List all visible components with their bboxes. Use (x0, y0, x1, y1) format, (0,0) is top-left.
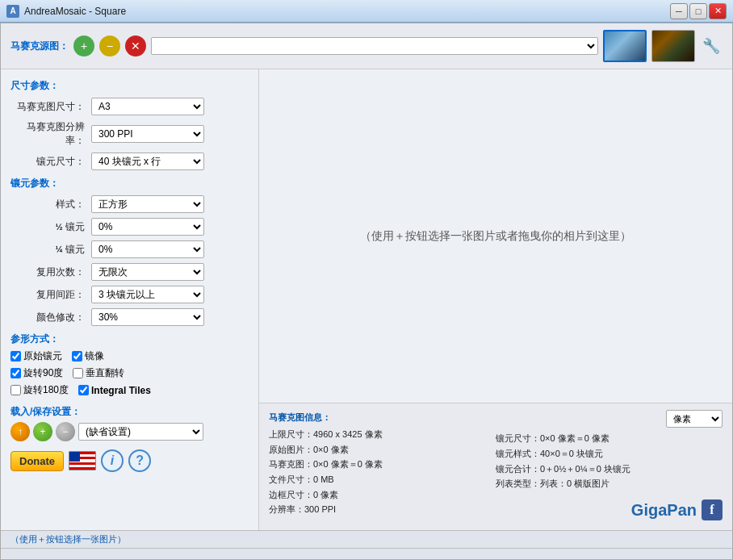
resolution-select[interactable]: 300 PPI (91, 125, 204, 143)
source-dropdown[interactable] (151, 37, 598, 55)
morph-section: 参形方式： 原始镶元 镜像 旋转90度 垂直翻转 (10, 332, 249, 397)
info-col-left: 马赛克图信息： 上限尺寸：4960 x 3425 像素 原始图片：0×0 像素 … (269, 410, 496, 524)
content-area: 尺寸参数： 马赛克图尺寸： A3 马赛克图分辨率： 300 PPI 镶元尺寸： … (1, 69, 732, 530)
mosaic-size-label: 马赛克图尺寸： (10, 100, 91, 114)
list-type-info: 列表类型：列表：0 横版图片 (496, 476, 723, 491)
tile-size-row: 镶元尺寸： 40 块镶元 x 行 (10, 153, 249, 170)
window-title: AndreaMosaic - Square (24, 6, 670, 17)
settings-dropdown[interactable]: (缺省设置) (78, 423, 203, 441)
delete-setting-button[interactable]: − (56, 422, 75, 441)
thumbnail-2[interactable] (651, 30, 695, 62)
tile-size-label: 镶元尺寸： (10, 155, 91, 169)
style-row: 样式： 正方形 (10, 195, 249, 213)
unit-dropdown[interactable]: 像素 (666, 410, 723, 428)
color-adj-label: 颜色修改： (10, 311, 91, 324)
morph-label: 参形方式： (10, 332, 249, 346)
tile-style-info: 镶元样式：40×0＝0 块镶元 (496, 446, 723, 462)
color-adj-select[interactable]: 30% (91, 308, 204, 326)
maximize-button[interactable]: □ (689, 3, 707, 19)
status-bar: （使用＋按钮选择一张图片） (1, 530, 732, 548)
mosaic-size-row: 马赛克图尺寸： A3 (10, 98, 249, 115)
right-panel: （使用＋按钮选择一张图片或者拖曳你的相片到这里） 马赛克图信息： 上限尺寸：49… (259, 69, 732, 530)
reuse-spacing-label: 复用间距： (10, 288, 91, 302)
flag-icon[interactable] (69, 451, 96, 470)
half-tile-select[interactable]: 0% (91, 218, 204, 236)
quarter-tile-label: ¼ 镶元 (10, 243, 91, 257)
tile-size-select[interactable]: 40 块镶元 x 行 (91, 153, 204, 170)
app-icon: A (6, 5, 19, 18)
file-size: 文件尺寸：0 MB (269, 472, 496, 487)
upper-limit: 上限尺寸：4960 x 3425 像素 (269, 427, 496, 442)
original-checkbox[interactable]: 原始镶元 (10, 349, 62, 363)
border-size: 边框尺寸：0 像素 (269, 487, 496, 503)
info-col-right: 像素 镶元尺寸：0×0 像素＝0 像素 镶元样式：40×0＝0 块镶元 镶元合计… (496, 410, 723, 524)
donate-button[interactable]: Donate (10, 451, 64, 471)
tile-size-info: 镶元尺寸：0×0 像素＝0 像素 (496, 431, 723, 446)
left-panel: 尺寸参数： 马赛克图尺寸： A3 马赛克图分辨率： 300 PPI 镶元尺寸： … (1, 69, 259, 530)
close-button[interactable]: ✕ (709, 3, 727, 19)
tile-total-info: 镶元合计：0＋0½＋0¼＝0 块镶元 (496, 462, 723, 477)
reuse-spacing-select[interactable]: 3 块镶元以上 (91, 286, 204, 303)
loadsave-label: 载入/保存设置： (10, 405, 249, 419)
thumbnail-1[interactable] (603, 30, 647, 62)
remove-source-button[interactable]: − (99, 36, 120, 56)
gigapan-text: GigaPan (631, 496, 697, 524)
original-image: 原始图片：0×0 像素 (269, 442, 496, 458)
resolution-row: 马赛克图分辨率： 300 PPI (10, 120, 249, 148)
minimize-button[interactable]: ─ (670, 3, 688, 19)
resolution-label: 马赛克图分辨率： (10, 120, 91, 148)
drop-hint: （使用＋按钮选择一张图片或者拖曳你的相片到这里） (360, 229, 631, 244)
color-adj-row: 颜色修改： 30% (10, 308, 249, 326)
reuse-spacing-row: 复用间距： 3 块镶元以上 (10, 286, 249, 303)
style-label: 样式： (10, 198, 91, 211)
loadsave-row: ↑ + − (缺省设置) (10, 422, 249, 441)
pixel-dropdown-row: 像素 (496, 410, 723, 428)
half-tile-label: ½ 镶元 (10, 220, 91, 234)
reuse-label: 复用次数： (10, 265, 91, 279)
scrollbar[interactable] (1, 548, 732, 559)
title-bar: A AndreaMosaic - Square ─ □ ✕ (0, 0, 733, 23)
clear-source-button[interactable]: ✕ (125, 36, 146, 56)
integral-checkbox[interactable]: Integral Tiles (78, 383, 151, 397)
resolution: 分辨率：300 PPI (269, 502, 496, 517)
size-params-label: 尺寸参数： (10, 79, 249, 93)
mirror-checkbox[interactable]: 镜像 (72, 349, 104, 363)
gigapan-row: GigaPan f (496, 496, 723, 524)
window-controls: ─ □ ✕ (670, 3, 727, 19)
quarter-tile-select[interactable]: 0% (91, 240, 204, 258)
main-window: 马赛克源图： + − ✕ 🔧 尺寸参数： 马赛克图尺寸： A3 (0, 23, 733, 560)
load-button[interactable]: ↑ (10, 422, 30, 441)
bottom-icons-row: Donate i ? (10, 449, 249, 472)
facebook-icon[interactable]: f (702, 499, 723, 520)
help-button[interactable]: ? (128, 449, 151, 472)
save-button[interactable]: + (33, 422, 52, 441)
reuse-select[interactable]: 无限次 (91, 263, 204, 281)
add-source-button[interactable]: + (73, 36, 94, 56)
settings-icon[interactable]: 🔧 (700, 35, 723, 57)
mosaic-size-select[interactable]: A3 (91, 98, 204, 115)
reuse-row: 复用次数： 无限次 (10, 263, 249, 281)
source-toolbar: 马赛克源图： + − ✕ 🔧 (1, 23, 732, 69)
source-label: 马赛克源图： (10, 40, 69, 53)
style-select[interactable]: 正方形 (91, 195, 204, 213)
status-text: （使用＋按钮选择一张图片） (10, 534, 126, 544)
loadsave-section: 载入/保存设置： ↑ + − (缺省设置) (10, 405, 249, 441)
tile-params-label: 镶元参数： (10, 177, 249, 190)
info-panel: 马赛克图信息： 上限尺寸：4960 x 3425 像素 原始图片：0×0 像素 … (259, 403, 732, 530)
rotate180-checkbox[interactable]: 旋转180度 (10, 383, 69, 397)
info-button[interactable]: i (101, 449, 124, 472)
mosaic-info-label: 马赛克图信息： (269, 410, 496, 425)
mosaic-image: 马赛克图：0×0 像素＝0 像素 (269, 457, 496, 472)
rotate90-checkbox[interactable]: 旋转90度 (10, 366, 63, 380)
quarter-tile-row: ¼ 镶元 0% (10, 240, 249, 258)
half-tile-row: ½ 镶元 0% (10, 218, 249, 236)
morph-row-3: 旋转180度 Integral Tiles (10, 383, 249, 397)
morph-row-1: 原始镶元 镜像 (10, 349, 249, 363)
vflip-checkbox[interactable]: 垂直翻转 (73, 366, 124, 380)
morph-row-2: 旋转90度 垂直翻转 (10, 366, 249, 380)
drop-area[interactable]: （使用＋按钮选择一张图片或者拖曳你的相片到这里） (259, 69, 732, 403)
